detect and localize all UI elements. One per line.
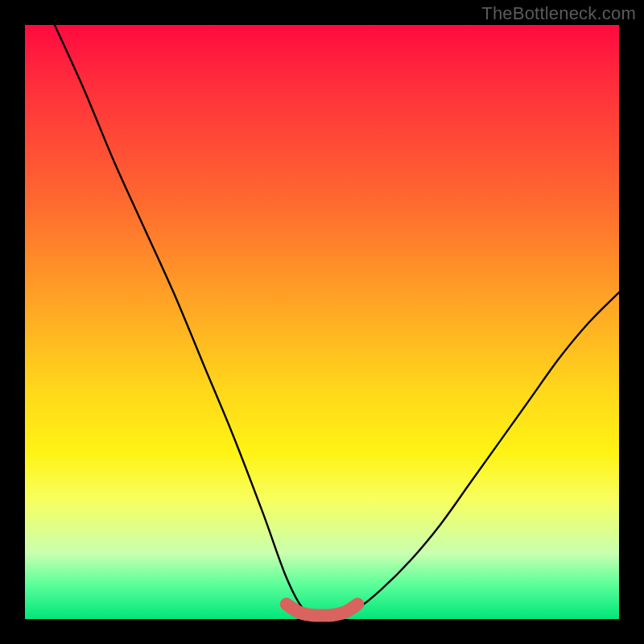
watermark-text: TheBottleneck.com [481,3,636,24]
plot-area [25,25,619,619]
curve-layer [25,25,619,619]
bottleneck-curve [55,25,619,617]
bottom-marker [287,605,358,616]
chart-frame: TheBottleneck.com [0,0,644,644]
